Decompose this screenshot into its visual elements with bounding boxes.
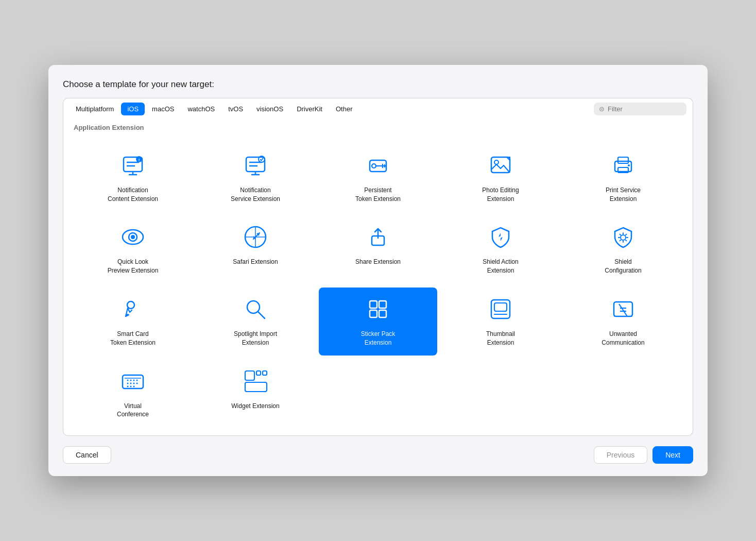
tab-multiplatform[interactable]: Multiplatform — [70, 103, 120, 115]
thumbnail-icon — [485, 294, 516, 325]
svg-point-59 — [133, 385, 135, 387]
grid-item-spotlight[interactable]: Spotlight ImportExtension — [196, 288, 315, 356]
svg-line-33 — [258, 312, 265, 318]
smart-card-icon — [117, 294, 148, 325]
widget-icon — [240, 366, 271, 397]
virtual-conf-icon — [117, 366, 148, 397]
tab-ios[interactable]: iOS — [121, 103, 145, 115]
virtual-conf-label: VirtualConference — [117, 402, 149, 419]
tab-macos[interactable]: macOS — [146, 103, 180, 115]
svg-point-10 — [372, 164, 376, 168]
footer-right: Previous Next — [594, 446, 693, 464]
svg-rect-35 — [379, 301, 386, 308]
quick-look-label: Quick LookPreview Extension — [108, 258, 159, 275]
grid-item-sticker-pack[interactable]: Sticker PackExtension — [319, 288, 437, 356]
smart-card-label: Smart CardToken Extension — [110, 330, 156, 347]
svg-point-56 — [136, 382, 138, 384]
widget-label: Widget Extension — [231, 402, 279, 411]
grid-item-virtual-conf[interactable]: VirtualConference — [74, 360, 192, 428]
svg-line-46 — [619, 304, 627, 316]
svg-rect-61 — [245, 371, 254, 380]
grid-item-quick-look[interactable]: Quick LookPreview Extension — [74, 215, 192, 283]
grid-item-shield-action[interactable]: Shield ActionExtension — [441, 215, 560, 283]
svg-point-51 — [133, 379, 135, 381]
grid-row3: Smart CardToken Extension Spotlight Impo… — [74, 288, 682, 356]
svg-rect-17 — [618, 157, 628, 163]
svg-point-52 — [136, 379, 138, 381]
svg-rect-34 — [370, 301, 377, 308]
grid-item-safari[interactable]: Safari Extension — [196, 215, 315, 283]
svg-point-19 — [628, 164, 630, 166]
unwanted-comm-label: UnwantedCommunication — [602, 330, 644, 347]
tab-other[interactable]: Other — [330, 103, 359, 115]
svg-rect-62 — [256, 371, 261, 375]
svg-point-50 — [130, 379, 132, 381]
grid-row1: ! NotificationContent Extension — [74, 144, 682, 212]
grid-item-notification-content[interactable]: ! NotificationContent Extension — [74, 144, 192, 212]
previous-button[interactable]: Previous — [594, 446, 647, 464]
grid-item-smart-card[interactable]: Smart CardToken Extension — [74, 288, 192, 356]
cancel-button[interactable]: Cancel — [63, 446, 111, 464]
svg-point-53 — [127, 382, 129, 384]
svg-rect-36 — [370, 310, 377, 317]
sticker-pack-label: Sticker PackExtension — [361, 330, 396, 347]
grid-item-thumbnail[interactable]: ThumbnailExtension — [441, 288, 560, 356]
dialog-title: Choose a template for your new target: — [63, 79, 693, 90]
content-area: Application Extension ! NotificationC — [63, 115, 693, 436]
quick-look-icon — [117, 222, 148, 252]
notification-service-icon — [240, 150, 271, 181]
print-service-icon — [608, 150, 639, 181]
grid-item-print-service[interactable]: Print ServiceExtension — [564, 144, 682, 212]
grid-row4: VirtualConference Widget Ex — [74, 360, 682, 428]
safari-label: Safari Extension — [233, 258, 278, 266]
svg-rect-63 — [263, 371, 267, 375]
grid-item-photo-editing[interactable]: Photo EditingExtension — [441, 144, 560, 212]
footer: Cancel Previous Next — [63, 446, 693, 464]
svg-point-49 — [127, 379, 129, 381]
filter-icon: ⊜ — [599, 105, 605, 113]
persistent-token-icon — [363, 150, 393, 181]
svg-rect-14 — [491, 157, 510, 173]
section-header: Application Extension — [74, 124, 682, 136]
shield-action-label: Shield ActionExtension — [483, 258, 518, 275]
svg-point-58 — [130, 385, 132, 387]
svg-point-31 — [127, 301, 134, 309]
svg-point-23 — [130, 234, 132, 236]
svg-point-30 — [621, 235, 626, 240]
grid-item-shield-config[interactable]: ShieldConfiguration — [564, 215, 682, 283]
photo-editing-icon — [485, 150, 516, 181]
share-icon — [363, 222, 393, 252]
svg-point-22 — [131, 235, 135, 239]
svg-rect-39 — [494, 303, 507, 311]
spotlight-icon — [240, 294, 271, 325]
spotlight-label: Spotlight ImportExtension — [234, 330, 277, 347]
svg-rect-41 — [614, 302, 632, 316]
filter-box: ⊜ — [594, 103, 686, 115]
grid-item-unwanted-comm[interactable]: UnwantedCommunication — [564, 288, 682, 356]
thumbnail-label: ThumbnailExtension — [486, 330, 515, 347]
safari-icon — [240, 222, 271, 252]
tab-watchos[interactable]: watchOS — [181, 103, 221, 115]
grid-item-share[interactable]: Share Extension — [319, 215, 437, 283]
tab-driverkit[interactable]: DriverKit — [290, 103, 329, 115]
unwanted-comm-icon — [608, 294, 639, 325]
grid-item-persistent-token[interactable]: PersistentToken Extension — [319, 144, 437, 212]
svg-point-55 — [133, 382, 135, 384]
photo-editing-label: Photo EditingExtension — [482, 186, 519, 204]
grid-item-widget[interactable]: Widget Extension — [196, 360, 315, 428]
shield-action-icon — [485, 222, 516, 252]
notification-service-label: NotificationService Extension — [231, 186, 280, 204]
tab-tvos[interactable]: tvOS — [222, 103, 249, 115]
dialog: Choose a template for your new target: M… — [48, 65, 708, 476]
share-label: Share Extension — [355, 258, 401, 266]
filter-input[interactable] — [608, 105, 681, 113]
svg-rect-47 — [123, 375, 143, 388]
shield-config-label: ShieldConfiguration — [605, 258, 641, 275]
svg-rect-64 — [245, 382, 267, 392]
next-button[interactable]: Next — [652, 446, 693, 464]
tabs-container: Multiplatform iOS macOS watchOS tvOS vis… — [63, 98, 693, 115]
tab-visionos[interactable]: visionOS — [250, 103, 289, 115]
notification-content-icon: ! — [117, 150, 148, 181]
svg-text:!: ! — [139, 158, 140, 162]
grid-item-notification-service[interactable]: NotificationService Extension — [196, 144, 315, 212]
